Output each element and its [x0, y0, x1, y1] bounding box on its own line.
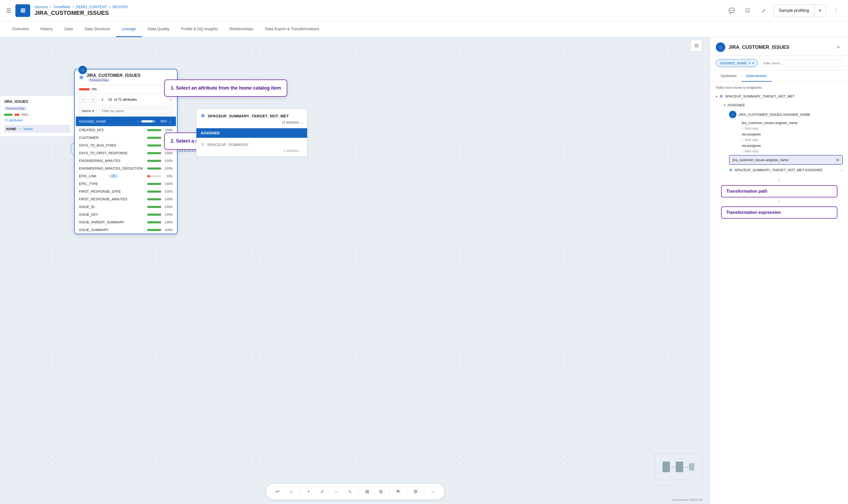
- tab-lineage[interactable]: Lineage: [116, 21, 142, 37]
- breadcrumb-sources[interactable]: Sources: [34, 5, 48, 9]
- tab-downstream[interactable]: Downstream: [741, 71, 772, 82]
- table-row[interactable]: ENGINEERING_MINUTES 100%: [76, 157, 176, 165]
- prev-btn[interactable]: ‹: [79, 96, 87, 103]
- minimap[interactable]: — —: [654, 454, 702, 480]
- sidebar-header: ⌂ JIRA_CUSTOMER_ISSUES ×: [710, 37, 848, 56]
- tab-relationships[interactable]: Relationships: [224, 21, 259, 37]
- chat-icon-btn[interactable]: 💬: [726, 5, 738, 16]
- table-row[interactable]: ISSUE_SUMMARY 100%: [76, 226, 176, 234]
- table-row[interactable]: ASIGNEE_NAME 80% ⋮: [76, 116, 176, 126]
- lineage-canvas[interactable]: ⊟ JIRA_ISSUES Personal Data 56% 72 attri…: [0, 37, 710, 504]
- table-row[interactable]: FIRST_RESPONSE_DATE 100%: [76, 187, 176, 195]
- filter-icon[interactable]: ⊻: [99, 96, 106, 103]
- tab-data-structure[interactable]: Data Structure: [79, 21, 116, 37]
- right-card-attrs-count[interactable]: 15 attributes: [282, 121, 299, 124]
- row-name: EPIC_LINK: [79, 174, 108, 178]
- checklist-icon-btn[interactable]: ☑: [742, 5, 753, 16]
- tab-profile-dq[interactable]: Profile & DQ insights: [176, 21, 224, 37]
- tab-data-quality[interactable]: Data Quality: [142, 21, 176, 37]
- toolbar-view-btn[interactable]: 👁: [393, 486, 403, 497]
- transform-arrow-section: ↑: [710, 200, 848, 204]
- table-row[interactable]: ISSUE_ID 100%: [76, 203, 176, 211]
- share-icon-btn[interactable]: ⤢: [758, 5, 769, 16]
- sample-profiling-dropdown[interactable]: ▾: [814, 4, 826, 17]
- tab-overview[interactable]: Overview: [6, 21, 35, 37]
- breadcrumb-demo[interactable]: DEMO_CONTENT: [76, 5, 107, 9]
- table-row[interactable]: ISSUE_PARENT_SUMMARY 100%: [76, 218, 176, 226]
- more-options-btn[interactable]: ⋮: [830, 5, 842, 16]
- table-row[interactable]: FIRST_RESPONSE_MINUTES 100%: [76, 195, 176, 203]
- toolbar-minus-btn[interactable]: −: [331, 486, 342, 497]
- sidebar-filter-input[interactable]: [760, 59, 843, 67]
- table-row[interactable]: EPIC_LINK URL 10%: [76, 172, 176, 180]
- path-expand-icon[interactable]: ▾: [716, 95, 717, 98]
- right-card-active-row[interactable]: ASSIGNEE: [196, 128, 307, 138]
- right-card-bottom-expand-icon[interactable]: ⌄: [300, 149, 303, 152]
- breadcrumb-devops[interactable]: DEVOPS: [112, 5, 128, 9]
- main-card-search: Name ▾: [75, 106, 177, 116]
- toolbar-back-btn[interactable]: ↩: [272, 486, 283, 497]
- next-step-arrow3: ↓: [742, 150, 743, 153]
- home-pin-icon: ⌂: [82, 68, 84, 72]
- toolbar-grid-btn[interactable]: ⊞: [362, 486, 373, 497]
- table-row[interactable]: CUSTOMER 100%: [76, 134, 176, 142]
- snowflake-icon: ❄: [79, 74, 84, 81]
- row-name: EPIC_TYPE: [79, 182, 113, 186]
- right-card-snowflake-icon: ❄: [201, 113, 205, 119]
- path-group-row[interactable]: ▾ ❄ SPACEUP_SUMMARY_TARGET_NOT_MET: [710, 92, 848, 101]
- table-row[interactable]: ENGINEERING_MINUTES_DEDUCTION 100%: [76, 165, 176, 172]
- toolbar-home-btn[interactable]: ⌂: [286, 486, 297, 497]
- menu-icon[interactable]: ☰: [6, 7, 11, 14]
- filter-chip-arrow-icon[interactable]: ▾: [752, 61, 754, 65]
- path-subgroup-expand-icon[interactable]: ▾: [724, 103, 725, 107]
- path-next-step2: ↓ Next step: [724, 137, 848, 143]
- toolbar-expand-btn[interactable]: ⤡: [345, 486, 355, 497]
- toolbar-settings-btn[interactable]: ⚙: [410, 486, 421, 497]
- right-card-header: ❄ SPACEUP_SUMMARY_TARGET_NOT_MET 15 attr…: [196, 109, 307, 128]
- right-card-bottom-title: SPACEUP_SUMMARY: [207, 142, 249, 147]
- toolbar-sep5: [424, 488, 424, 495]
- filter-chip[interactable]: ASIGNEE_NAME × ▾: [716, 59, 758, 67]
- search-input[interactable]: [99, 108, 173, 114]
- expand-icon[interactable]: ⌄: [169, 97, 173, 102]
- row-name: DAYS_TO_FIRST_RESPONSE: [79, 151, 128, 155]
- table-row[interactable]: DAYS_TO_BUG_FIXED 100%: [76, 142, 176, 149]
- right-card-expand-icon[interactable]: ⌄: [300, 121, 303, 124]
- next-step-label1: Next step: [745, 127, 758, 130]
- left-card-attrs-count[interactable]: 72 attributes: [4, 118, 70, 122]
- path-highlighted-label: jira_customer_issues.asignee_name: [733, 158, 789, 162]
- home-pin: ⌂: [78, 66, 87, 74]
- toolbar-fit-btn[interactable]: ⤢: [317, 486, 328, 497]
- row-menu-icon[interactable]: ⋮: [168, 119, 173, 124]
- minimap-sep: —: [671, 465, 675, 469]
- sample-profiling-btn[interactable]: Sample profiling ▾: [774, 4, 826, 17]
- left-card-attribute-row[interactable]: NAME → Name: [4, 125, 70, 133]
- filter-chip-clear-btn[interactable]: ×: [748, 61, 751, 65]
- tab-upstream[interactable]: Upstream: [716, 71, 741, 82]
- next-step-label3: Next step: [745, 149, 758, 153]
- toolbar-cols-btn[interactable]: ⧉: [376, 486, 386, 497]
- table-row[interactable]: EPIC_TYPE 100%: [76, 180, 176, 187]
- panel-toggle-btn[interactable]: ⊟: [690, 40, 702, 51]
- next-btn[interactable]: ›: [89, 96, 97, 103]
- toolbar-next-btn[interactable]: →: [428, 486, 438, 497]
- path-highlighted-row[interactable]: jira_customer_issues.asignee_name ⧉: [729, 155, 843, 165]
- main-card-controls: ‹ › ⊻ 15 of 72 attributes ⌄: [75, 93, 177, 106]
- table-row[interactable]: CREATED_NTZ 100%: [76, 126, 176, 134]
- breadcrumb-snowflake[interactable]: Snowflake: [54, 5, 71, 9]
- path-subgroup-row[interactable]: ▾ ASSIGNEE: [718, 101, 848, 109]
- tab-history[interactable]: History: [35, 21, 59, 37]
- search-select[interactable]: Name ▾: [79, 108, 97, 114]
- of-label: of 72 attributes: [114, 97, 137, 102]
- row-pct: 80%: [156, 120, 167, 123]
- table-row[interactable]: DAYS_TO_FIRST_RESPONSE 100%: [76, 149, 176, 157]
- row-pct: 100%: [162, 182, 173, 186]
- table-row[interactable]: ISSUE_KEY 100%: [76, 211, 176, 218]
- copy-icon[interactable]: ⧉: [836, 158, 839, 162]
- tab-export[interactable]: Data Export & Transformations: [259, 21, 325, 37]
- right-card-bottom-attrs[interactable]: 2 attributes: [284, 149, 299, 152]
- right-sidebar: ⌂ JIRA_CUSTOMER_ISSUES × ASIGNEE_NAME × …: [710, 37, 848, 504]
- sidebar-close-btn[interactable]: ×: [834, 43, 843, 51]
- toolbar-add-btn[interactable]: +: [303, 486, 314, 497]
- tab-data[interactable]: Data: [58, 21, 79, 37]
